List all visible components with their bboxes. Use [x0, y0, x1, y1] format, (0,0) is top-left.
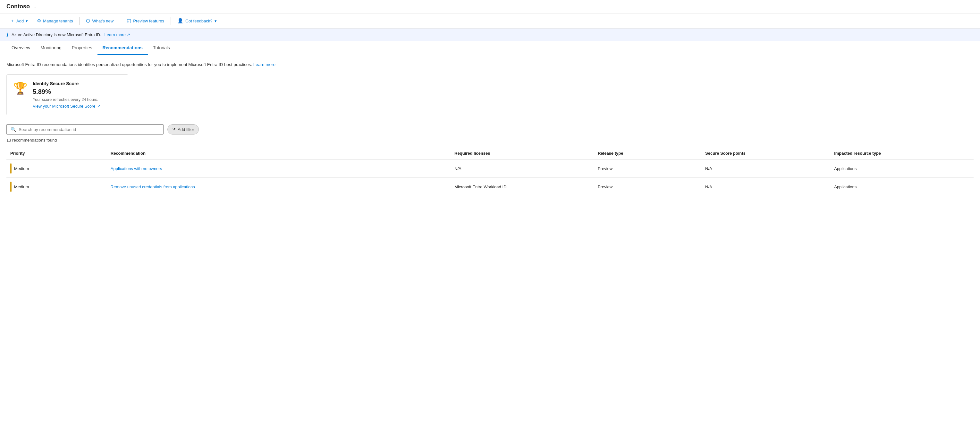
add-button[interactable]: ＋ Add ▾ — [6, 16, 32, 25]
recommendation-link-1[interactable]: Applications with no owners — [111, 166, 162, 171]
main-content: Microsoft Entra ID recommendations ident… — [0, 55, 980, 203]
search-filter-bar: 🔍 ⧩ Add filter — [6, 124, 974, 135]
app-title: Contoso — [6, 3, 30, 10]
recommendation-cell-1: Applications with no owners — [107, 159, 450, 178]
preview-features-button[interactable]: ◱ Preview features — [123, 16, 168, 25]
add-filter-button[interactable]: ⧩ Add filter — [167, 124, 199, 135]
priority-cell-1: Medium — [6, 159, 107, 178]
search-icon: 🔍 — [11, 127, 16, 132]
release-type-cell-1: Preview — [594, 159, 701, 178]
priority-indicator-2 — [10, 182, 11, 192]
score-refresh-text: Your score refreshes every 24 hours. — [33, 97, 100, 102]
info-icon: ℹ — [6, 32, 8, 38]
resource-type-cell-2: Applications — [830, 178, 974, 196]
header-recommendation: Recommendation — [107, 148, 450, 159]
score-info: Identity Secure Score 5.89% Your score r… — [33, 81, 100, 109]
separator-1 — [79, 17, 80, 25]
priority-cell-2: Medium — [6, 178, 107, 196]
score-points-cell-1: N/A — [701, 159, 830, 178]
trophy-icon: 🏆 — [13, 82, 27, 95]
filter-icon: ⧩ — [172, 127, 176, 132]
gear-icon: ⚙ — [37, 18, 41, 24]
external-link-icon-score: ↗ — [97, 104, 100, 108]
tab-properties[interactable]: Properties — [67, 41, 97, 55]
priority-indicator-1 — [10, 163, 11, 174]
score-value: 5.89% — [33, 88, 100, 95]
separator-3 — [170, 17, 171, 25]
licenses-cell-2: Microsoft Entra Workload ID — [450, 178, 594, 196]
separator-2 — [120, 17, 120, 25]
score-title: Identity Secure Score — [33, 81, 100, 86]
chevron-down-icon: ▾ — [25, 19, 28, 24]
recommendations-table: Priority Recommendation Required license… — [6, 148, 974, 196]
recommendation-link-2[interactable]: Remove unused credentials from applicati… — [111, 184, 195, 189]
licenses-cell-1: N/A — [450, 159, 594, 178]
whats-new-button[interactable]: ⬡ What's new — [82, 16, 118, 25]
header-licenses: Required licenses — [450, 148, 594, 159]
top-bar: Contoso ··· — [0, 0, 980, 13]
banner-learn-more-link[interactable]: Learn more ↗ — [105, 32, 130, 37]
tab-tutorials[interactable]: Tutorials — [148, 41, 175, 55]
external-link-icon: ↗ — [127, 32, 130, 37]
table-row: Medium Remove unused credentials from ap… — [6, 178, 974, 196]
plus-icon: ＋ — [10, 18, 14, 24]
search-box: 🔍 — [6, 124, 164, 135]
feedback-icon: 👤 — [177, 18, 183, 24]
whats-new-icon: ⬡ — [86, 18, 90, 24]
chevron-down-icon-feedback: ▾ — [215, 19, 217, 24]
banner-text: Azure Active Directory is now Microsoft … — [11, 32, 101, 37]
table-header-row: Priority Recommendation Required license… — [6, 148, 974, 159]
got-feedback-button[interactable]: 👤 Got feedback? ▾ — [173, 16, 221, 25]
identity-secure-score-card: 🏆 Identity Secure Score 5.89% Your score… — [6, 74, 128, 115]
header-score-points: Secure Score points — [701, 148, 830, 159]
preview-icon: ◱ — [127, 18, 131, 24]
toolbar: ＋ Add ▾ ⚙ Manage tenants ⬡ What's new ◱ … — [0, 13, 980, 29]
view-secure-score-link[interactable]: View your Microsoft Secure Score ↗ — [33, 104, 100, 109]
tab-monitoring[interactable]: Monitoring — [35, 41, 66, 55]
header-release-type: Release type — [594, 148, 701, 159]
manage-tenants-button[interactable]: ⚙ Manage tenants — [33, 16, 76, 25]
tab-overview[interactable]: Overview — [6, 41, 35, 55]
table-row: Medium Applications with no owners N/A P… — [6, 159, 974, 178]
ellipsis-menu[interactable]: ··· — [32, 4, 36, 9]
recommendation-cell-2: Remove unused credentials from applicati… — [107, 178, 450, 196]
tab-bar: Overview Monitoring Properties Recommend… — [0, 41, 980, 55]
results-count: 13 recommendations found — [6, 138, 974, 143]
resource-type-cell-1: Applications — [830, 159, 974, 178]
header-resource-type: Impacted resource type — [830, 148, 974, 159]
tab-recommendations[interactable]: Recommendations — [97, 41, 148, 55]
info-banner: ℹ Azure Active Directory is now Microsof… — [0, 29, 980, 41]
header-priority: Priority — [6, 148, 107, 159]
score-points-cell-2: N/A — [701, 178, 830, 196]
search-input[interactable] — [19, 127, 159, 132]
description-learn-more-link[interactable]: Learn more — [253, 62, 275, 67]
page-description: Microsoft Entra ID recommendations ident… — [6, 62, 974, 68]
release-type-cell-2: Preview — [594, 178, 701, 196]
